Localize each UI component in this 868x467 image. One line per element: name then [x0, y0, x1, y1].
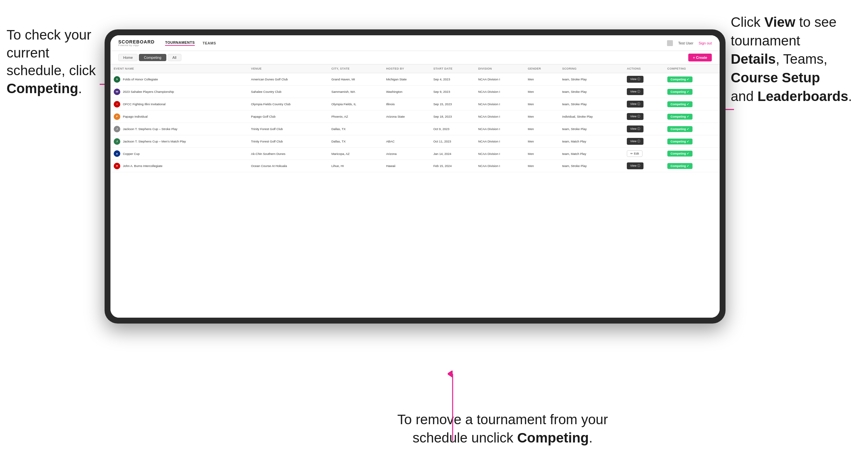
start-date-cell: Oct 11, 2023 [430, 135, 475, 148]
venue-cell: Trinity Forest Golf Club [248, 123, 328, 135]
competing-button[interactable]: Competing ✓ [667, 114, 693, 120]
table-header: EVENT NAME VENUE CITY, STATE HOSTED BY S… [111, 64, 720, 73]
event-name-cell: J Jackson T. Stephens Cup – Stroke Play [111, 123, 248, 135]
gender-cell: Men [525, 148, 559, 160]
table-row: H John A. Burns Intercollegiate Ocean Co… [111, 160, 720, 172]
actions-cell: View ⓘ [624, 135, 664, 148]
competing-cell: Competing ✓ [664, 123, 720, 135]
venue-cell: Ocean Course At Hokuala [248, 160, 328, 172]
division-cell: NCAA Division I [475, 86, 525, 98]
nav-teams[interactable]: TEAMS [203, 41, 216, 45]
competing-cell: Competing ✓ [664, 148, 720, 160]
col-gender: GENDER [525, 64, 559, 73]
col-event-name: EVENT NAME [111, 64, 248, 73]
division-cell: NCAA Division I [475, 160, 525, 172]
venue-cell: Trinity Forest Golf Club [248, 135, 328, 148]
col-division: DIVISION [475, 64, 525, 73]
signout-link[interactable]: Sign out [699, 41, 712, 45]
actions-cell: View ⓘ [624, 123, 664, 135]
view-button[interactable]: View ⓘ [627, 162, 644, 169]
table-row: I OFCC Fighting Illini Invitational Olym… [111, 98, 720, 111]
actions-cell: ✏ Edit [624, 148, 664, 160]
hosted-by-cell: Washington [383, 86, 430, 98]
col-start-date: START DATE [430, 64, 475, 73]
view-button[interactable]: View ⓘ [627, 138, 644, 145]
venue-cell: American Dunes Golf Club [248, 73, 328, 86]
nav-tournaments[interactable]: TOURNAMENTS [165, 40, 195, 46]
table-container: EVENT NAME VENUE CITY, STATE HOSTED BY S… [111, 64, 720, 318]
view-button[interactable]: View ⓘ [627, 125, 644, 132]
col-actions: ACTIONS [624, 64, 664, 73]
scoring-cell: team, Stroke Play [559, 98, 624, 111]
hosted-by-cell: Arizona State [383, 111, 430, 123]
city-state-cell: Dallas, TX [328, 135, 383, 148]
hosted-by-cell: Arizona [383, 148, 430, 160]
competing-button[interactable]: Competing ✓ [667, 163, 693, 169]
table-row: J Jackson T. Stephens Cup – Men's Match … [111, 135, 720, 148]
gender-cell: Men [525, 135, 559, 148]
actions-cell: View ⓘ [624, 160, 664, 172]
tab-all[interactable]: All [168, 54, 181, 61]
view-button[interactable]: View ⓘ [627, 76, 644, 83]
city-state-cell: Maricopa, AZ [328, 148, 383, 160]
event-name-cell: W 2023 Sahalee Players Championship [111, 86, 248, 98]
create-button[interactable]: + Create [688, 54, 712, 61]
scoring-cell: team, Stroke Play [559, 123, 624, 135]
venue-cell: Papago Golf Club [248, 111, 328, 123]
team-logo: H [114, 163, 120, 169]
user-icon [667, 40, 673, 46]
event-name: Folds of Honor Collegiate [123, 77, 158, 81]
team-logo: P [114, 114, 120, 120]
col-hosted-by: HOSTED BY [383, 64, 430, 73]
competing-cell: Competing ✓ [664, 73, 720, 86]
actions-cell: View ⓘ [624, 86, 664, 98]
city-state-cell: Lihue, HI [328, 160, 383, 172]
team-logo: J [114, 126, 120, 132]
hosted-by-cell: Hawaii [383, 160, 430, 172]
competing-cell: Competing ✓ [664, 160, 720, 172]
table-row: P Papago Individual Papago Golf ClubPhoe… [111, 111, 720, 123]
scoring-cell: team, Stroke Play [559, 86, 624, 98]
tournaments-table: EVENT NAME VENUE CITY, STATE HOSTED BY S… [111, 64, 720, 172]
division-cell: NCAA Division I [475, 73, 525, 86]
gender-cell: Men [525, 86, 559, 98]
city-state-cell: Dallas, TX [328, 123, 383, 135]
view-button[interactable]: View ⓘ [627, 113, 644, 120]
competing-button[interactable]: Competing ✓ [667, 151, 693, 157]
team-logo: S [114, 76, 120, 83]
event-name-cell: A Copper Cup [111, 148, 248, 160]
hosted-by-cell [383, 123, 430, 135]
view-button[interactable]: View ⓘ [627, 88, 644, 95]
app-header: SCOREBOARD Powered by clippi TOURNAMENTS… [111, 35, 720, 51]
table-body: S Folds of Honor Collegiate American Dun… [111, 73, 720, 172]
tab-competing[interactable]: Competing [139, 54, 166, 61]
gender-cell: Men [525, 123, 559, 135]
gender-cell: Men [525, 98, 559, 111]
actions-cell: View ⓘ [624, 73, 664, 86]
competing-button[interactable]: Competing ✓ [667, 76, 693, 82]
competing-cell: Competing ✓ [664, 98, 720, 111]
gender-cell: Men [525, 160, 559, 172]
table-row: A Copper Cup Ak-Chin Southern DunesMaric… [111, 148, 720, 160]
start-date-cell: Feb 15, 2024 [430, 160, 475, 172]
competing-button[interactable]: Competing ✓ [667, 126, 693, 132]
col-scoring: SCORING [559, 64, 624, 73]
competing-button[interactable]: Competing ✓ [667, 101, 693, 107]
competing-button[interactable]: Competing ✓ [667, 138, 693, 145]
start-date-cell: Oct 9, 2023 [430, 123, 475, 135]
event-name: OFCC Fighting Illini Invitational [123, 102, 165, 106]
event-name: Jackson T. Stephens Cup – Stroke Play [123, 127, 178, 131]
annotation-bottom: To remove a tournament from your schedul… [388, 410, 617, 447]
col-competing: COMPETING [664, 64, 720, 73]
actions-cell: View ⓘ [624, 98, 664, 111]
start-date-cell: Sep 4, 2023 [430, 73, 475, 86]
view-button[interactable]: View ⓘ [627, 101, 644, 107]
competing-button[interactable]: Competing ✓ [667, 89, 693, 95]
scoreboard-logo: SCOREBOARD Powered by clippi [118, 39, 155, 46]
event-name-cell: H John A. Burns Intercollegiate [111, 160, 248, 172]
edit-button[interactable]: ✏ Edit [627, 150, 643, 157]
event-name-cell: J Jackson T. Stephens Cup – Men's Match … [111, 135, 248, 148]
team-logo: A [114, 150, 120, 157]
city-state-cell: Phoenix, AZ [328, 111, 383, 123]
tab-home[interactable]: Home [118, 54, 137, 61]
